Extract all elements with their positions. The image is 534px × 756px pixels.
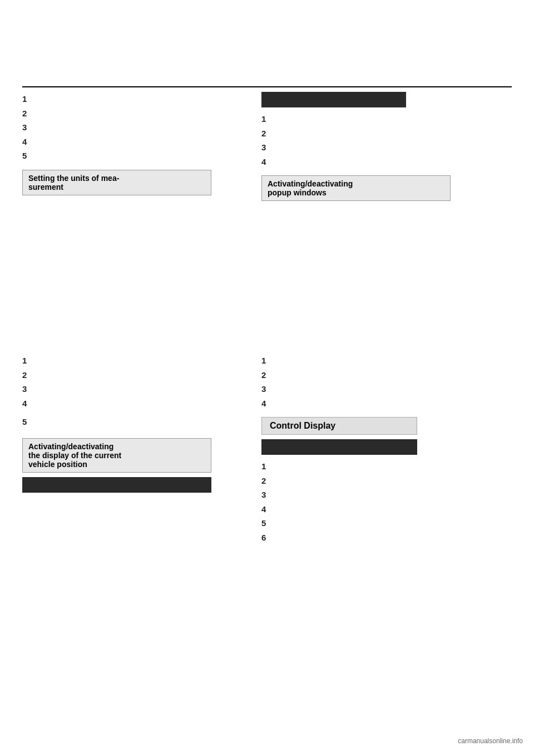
left-top-item-1: 1 (22, 92, 245, 106)
left-mid-item-5: 5 (22, 415, 211, 429)
control-display-label: Control Display (261, 417, 417, 435)
left-mid-section: 1 2 3 4 5 Activating/deactivating the di… (22, 354, 211, 497)
left-mid-heading-line1: Activating/deactivating (28, 442, 113, 451)
right-mid-top-list: 1 2 3 4 (261, 354, 417, 410)
right-mid-bottom-item-3: 3 (261, 488, 417, 502)
right-top-dark-bar (261, 92, 406, 107)
left-top-column: 1 2 3 4 5 Setting the units of mea- sure… (22, 92, 245, 212)
right-mid-top-item-2: 2 (261, 368, 417, 382)
left-top-item-3: 3 (22, 120, 245, 135)
left-mid-heading-line2: the display of the current (28, 451, 121, 460)
right-top-heading-line1: Activating/deactivating (268, 179, 353, 188)
left-mid-item-1: 1 (22, 354, 211, 368)
right-mid-bottom-item-4: 4 (261, 502, 417, 517)
right-top-item-2: 2 (261, 126, 512, 141)
right-top-item-3: 3 (261, 140, 512, 155)
right-mid-bottom-item-6: 6 (261, 531, 417, 545)
left-mid-dark-bar (22, 477, 211, 493)
right-top-num-list: 1 2 3 4 (261, 112, 512, 169)
right-top-item-4: 4 (261, 155, 512, 169)
right-mid-dark-bar (261, 439, 417, 455)
right-mid-top-item-4: 4 (261, 396, 417, 411)
left-top-heading-box: Setting the units of mea- surement (22, 170, 211, 195)
left-top-item-4: 4 (22, 135, 245, 149)
right-top-heading-box: Activating/deactivating popup windows (261, 175, 451, 201)
left-top-item-5: 5 (22, 149, 245, 163)
watermark: carmanualsonline.info (458, 737, 523, 745)
left-top-heading-line1: Setting the units of mea- (28, 174, 119, 183)
right-mid-top-item-3: 3 (261, 382, 417, 396)
right-mid-top-item-1: 1 (261, 354, 417, 368)
right-top-item-1: 1 (261, 112, 512, 126)
left-mid-item-4: 4 (22, 396, 211, 411)
left-top-num-list: 1 2 3 4 5 (22, 92, 245, 163)
right-mid-bottom-item-5: 5 (261, 516, 417, 531)
left-top-item-2: 2 (22, 106, 245, 121)
left-mid-item-3: 3 (22, 382, 211, 396)
right-mid-bottom-item-1: 1 (261, 459, 417, 474)
top-rule (22, 86, 512, 87)
page-container: 1 2 3 4 5 Setting the units of mea- sure… (0, 0, 534, 756)
left-top-heading-line2: surement (28, 183, 63, 192)
right-mid-bottom-list: 1 2 3 4 5 6 (261, 459, 417, 544)
right-top-heading-line2: popup windows (268, 188, 327, 197)
right-mid-bottom-item-2: 2 (261, 474, 417, 488)
left-mid-heading-line3: vehicle position (28, 460, 87, 469)
right-top-column: 1 2 3 4 Activating/deactivating popup wi… (261, 92, 512, 218)
right-mid-section: 1 2 3 4 Control Display 1 2 3 4 5 6 (261, 354, 417, 551)
left-top-section: 1 2 3 4 5 Setting the units of mea- sure… (22, 92, 245, 195)
left-mid-item-2: 2 (22, 368, 211, 382)
right-top-section: 1 2 3 4 Activating/deactivating popup wi… (261, 112, 512, 201)
left-mid-num-list: 1 2 3 4 5 (22, 354, 211, 429)
left-mid-heading-box: Activating/deactivating the display of t… (22, 438, 211, 473)
